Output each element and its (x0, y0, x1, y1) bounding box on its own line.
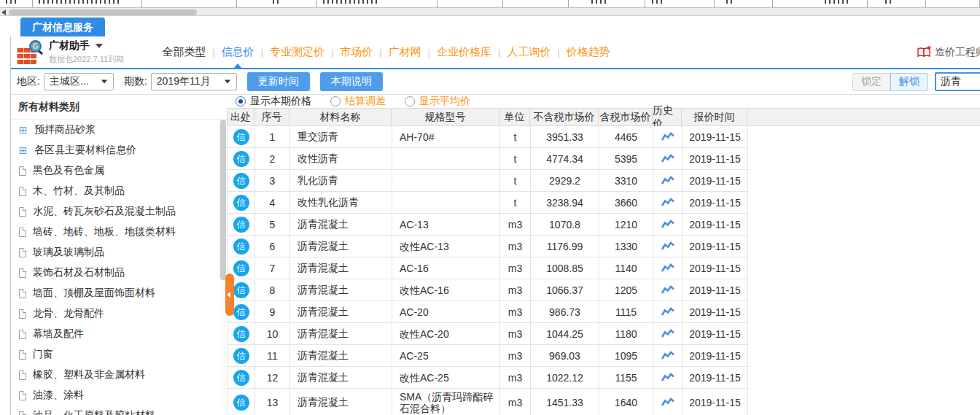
expand-plus-icon[interactable]: ⊞ (18, 125, 28, 135)
history-chart-icon[interactable] (661, 372, 675, 383)
source-info-icon[interactable]: 信 (233, 195, 249, 211)
document-icon (19, 289, 26, 298)
nav-item-2[interactable]: 信息价 (222, 36, 254, 68)
table-row[interactable]: 信4改性乳化沥青t3238.9436602019-11-15 (228, 192, 748, 214)
radio-option[interactable]: 结算调差 (330, 95, 386, 108)
period-note-button[interactable]: 本期说明 (320, 72, 383, 91)
sidebar-item[interactable]: 玻璃及玻璃制品 (11, 242, 227, 263)
table-row[interactable]: 信3乳化沥青t2929.233102019-11-15 (228, 170, 748, 192)
sidebar-item[interactable]: 水泥、砖瓦灰砂石及混凝土制品 (11, 201, 227, 222)
table-row[interactable]: 信11沥青混凝土AC-25m3969.0310952019-11-15 (228, 345, 748, 367)
sidebar-item-label: 墙面、顶棚及屋面饰面材料 (33, 287, 155, 300)
sidebar-item[interactable]: 门窗 (11, 344, 227, 365)
material-category-sidebar: 所有材料类别 ⊞预拌商品砂浆⊞各区县主要材料信息价黑色及有色金属木、竹材、及其制… (11, 95, 227, 415)
table-row[interactable]: 信7沥青混凝土AC-16m31008.8511402019-11-15 (228, 257, 748, 279)
history-chart-icon[interactable] (661, 175, 675, 186)
history-chart-icon[interactable] (661, 241, 675, 252)
nav-item-5[interactable]: 广材网 (389, 36, 421, 68)
radio-option[interactable]: 显示平均价 (405, 95, 470, 108)
cell-spec: AC-13 (392, 214, 500, 235)
history-chart-icon[interactable] (661, 284, 675, 295)
sidebar-item[interactable]: 油品、化工原料及胶粘材料 (11, 406, 227, 415)
cell-history (653, 367, 682, 388)
history-chart-icon[interactable] (661, 350, 675, 361)
table-row[interactable]: 信9沥青混凝土AC-20m3986.7311152019-11-15 (228, 301, 748, 323)
cell-quote-date: 2019-11-15 (682, 367, 748, 388)
unlock-button[interactable]: 解锁 (890, 73, 928, 91)
table-row[interactable]: 信2改性沥青t4774.3453952019-11-15 (228, 148, 748, 170)
period-select[interactable]: 2019年11月 (151, 73, 237, 90)
horizontal-scrollbar-thumb[interactable] (9, 9, 197, 15)
sidebar-item[interactable]: 装饰石材及石材制品 (11, 263, 227, 283)
sidebar-item[interactable]: 墙砖、地砖、地板、地毯类材料 (11, 222, 227, 242)
nav-item-1[interactable]: 全部类型 (162, 36, 206, 68)
source-info-icon[interactable]: 信 (233, 326, 249, 342)
table-row[interactable]: 信5沥青混凝土AC-13m31070.812102019-11-15 (228, 214, 748, 236)
cell-history (653, 279, 682, 300)
cell-price-incl-tax: 1640 (599, 389, 653, 415)
sidebar-item[interactable]: 黑色及有色金属 (11, 160, 227, 181)
history-chart-icon[interactable] (661, 263, 675, 274)
history-chart-icon[interactable] (661, 131, 675, 142)
source-info-icon[interactable]: 信 (233, 129, 249, 145)
history-chart-icon[interactable] (661, 153, 675, 164)
update-time-button[interactable]: 更新时间 (247, 72, 310, 91)
sidebar-collapse-handle[interactable] (225, 274, 234, 316)
nav-item-3[interactable]: 专业测定价 (270, 36, 324, 68)
history-chart-icon[interactable] (661, 219, 675, 230)
app-menu-caret-icon[interactable] (96, 44, 103, 48)
radio-selected[interactable]: 显示本期价格 (236, 95, 311, 108)
scroll-left-arrow-icon[interactable] (1, 9, 6, 15)
source-info-icon[interactable]: 信 (233, 395, 249, 411)
table-row[interactable]: 信6沥青混凝土改性AC-13m31176.9913302019-11-15 (228, 236, 748, 257)
radio-circle-icon[interactable] (405, 96, 415, 106)
cost-engineer-link[interactable]: 造价工程师 (917, 46, 980, 59)
sidebar-item[interactable]: 油漆、涂料 (11, 385, 227, 406)
search-input[interactable] (935, 72, 980, 91)
source-info-icon[interactable]: 信 (233, 260, 249, 276)
source-info-icon[interactable]: 信 (233, 173, 249, 189)
radio-circle-icon[interactable] (236, 96, 246, 106)
source-info-icon[interactable]: 信 (233, 282, 249, 298)
lock-button[interactable]: 锁定 (852, 73, 890, 91)
source-info-icon[interactable]: 信 (233, 304, 249, 320)
nav-item-6[interactable]: 企业价格库 (437, 36, 491, 68)
source-info-icon[interactable]: 信 (233, 370, 249, 386)
region-select[interactable]: 主城区... (44, 73, 114, 90)
sidebar-item[interactable]: ⊞预拌商品砂浆 (11, 120, 227, 140)
cell-spec (392, 192, 500, 213)
history-chart-icon[interactable] (661, 197, 675, 208)
history-chart-icon[interactable] (661, 328, 675, 339)
history-chart-icon[interactable] (661, 306, 675, 317)
radio-label: 显示本期价格 (250, 95, 311, 108)
cell-price-incl-tax: 3660 (599, 192, 653, 213)
sidebar-item[interactable]: ⊞各区县主要材料信息价 (11, 140, 227, 160)
source-info-icon[interactable]: 信 (233, 217, 249, 233)
sidebar-item[interactable]: 墙面、顶棚及屋面饰面材料 (11, 283, 227, 303)
sidebar-item[interactable]: 幕墙及配件 (11, 324, 227, 344)
source-info-icon[interactable]: 信 (233, 238, 249, 255)
cell-price-excl-tax: 986.73 (531, 301, 599, 322)
table-row[interactable]: 信10沥青混凝土改性AC-20m31044.2511802019-11-15 (228, 323, 748, 345)
sidebar-scrollbar-thumb[interactable] (220, 120, 226, 280)
table-row[interactable]: 信1重交沥青AH-70#t3951.3344652019-11-15 (228, 126, 748, 148)
tab-guangcai-info-service[interactable]: 广材信息服务 (20, 18, 105, 36)
history-chart-icon[interactable] (661, 397, 675, 408)
sidebar-item[interactable]: 龙骨、龙骨配件 (11, 303, 227, 324)
source-info-icon[interactable]: 信 (233, 151, 249, 167)
horizontal-scrollbar[interactable] (0, 7, 980, 16)
cell-history (653, 192, 682, 213)
sidebar-item-label: 龙骨、龙骨配件 (33, 307, 104, 320)
nav-item-4[interactable]: 市场价 (340, 36, 373, 68)
table-row[interactable]: 信12沥青混凝土改性AC-25m31022.1211552019-11-15 (228, 367, 748, 389)
sidebar-item[interactable]: 木、竹材、及其制品 (11, 181, 227, 201)
sidebar-item[interactable]: 橡胶、塑料及非金属材料 (11, 365, 227, 385)
radio-circle-icon[interactable] (330, 96, 341, 106)
nav-item-7[interactable]: 人工询价 (507, 36, 551, 68)
cell-history (653, 214, 682, 235)
nav-item-8[interactable]: 价格趋势 (567, 36, 610, 68)
table-row[interactable]: 信8沥青混凝土改性AC-16m31066.3712052019-11-15 (228, 279, 748, 301)
expand-plus-icon[interactable]: ⊞ (18, 145, 28, 155)
source-info-icon[interactable]: 信 (233, 348, 249, 364)
table-row[interactable]: 信13沥青混凝土SMA（沥青玛蹄酯碎石混合料）m31451.3316402019… (228, 389, 748, 415)
